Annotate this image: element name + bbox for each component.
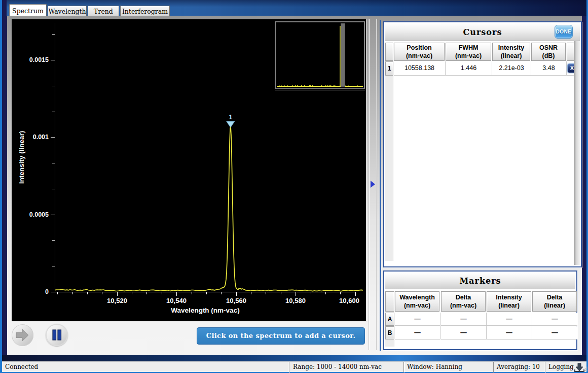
add-cursor-instruction-button[interactable]: Click on the spectrum to add a cursor. [197, 327, 365, 345]
panel-left-border [380, 20, 381, 351]
window-bottom-edge [2, 355, 586, 361]
marker-a-wavelength: — [395, 313, 440, 326]
cursors-col-position[interactable]: Position(nm-vac) [394, 43, 445, 61]
svg-text:0.0005: 0.0005 [29, 211, 49, 218]
marker-a-intensity: — [487, 313, 532, 326]
markers-col-intensity[interactable]: Intensity(linear) [487, 291, 531, 312]
main-area: 10,52010,54010,56010,58010,60000.00050.0… [7, 16, 582, 355]
cursors-table: Position(nm-vac) FWHM(nm-vac) Intensity(… [385, 41, 580, 265]
cursor-osnr-value: 3.48 [531, 61, 567, 76]
status-separator [403, 362, 404, 372]
status-averaging: Averaging: 10 [497, 363, 540, 370]
svg-text:10,600: 10,600 [339, 297, 359, 304]
status-connected: Connected [5, 363, 38, 370]
done-button[interactable]: DONE [555, 25, 573, 39]
tab-trend[interactable]: Trend [88, 6, 119, 16]
marker-b-delta-nm: — [441, 326, 487, 340]
tab-strip: Spectrum Wavelength Trend Interferogram [7, 0, 586, 16]
row-header-strip [385, 76, 393, 261]
cursor-position-value: 10558.138 [394, 61, 446, 76]
status-separator [545, 362, 545, 372]
tab-wavelength[interactable]: Wavelength [48, 6, 87, 16]
cursor-fwhm-value: 1.446 [446, 61, 492, 76]
marker-row-a-header[interactable]: A [385, 313, 394, 326]
cursors-corner-cell [385, 43, 393, 61]
markers-corner-cell [385, 291, 394, 312]
cursors-scroll-strip[interactable] [574, 41, 580, 265]
resume-button[interactable] [12, 324, 33, 346]
marker-b-wavelength: — [395, 326, 440, 340]
panel-splitter[interactable] [366, 19, 379, 350]
status-range: Range: 1000 - 14000 nm-vac [293, 363, 382, 370]
tab-spectrum[interactable]: Spectrum [9, 4, 47, 16]
cursors-col-osnr[interactable]: OSNR(dB) [531, 43, 566, 61]
cursors-col-intensity[interactable]: Intensity(linear) [492, 43, 530, 61]
markers-col-wavelength[interactable]: Wavelength(nm-vac) [395, 291, 439, 312]
svg-text:10,580: 10,580 [285, 297, 306, 304]
markers-panel: Markers Wavelength(nm-vac) Delta(nm-vac)… [383, 270, 577, 350]
cursor-intensity-value: 2.21e-03 [492, 61, 531, 76]
svg-text:Wavelength (nm-vac): Wavelength (nm-vac) [171, 307, 239, 314]
svg-text:10,520: 10,520 [107, 297, 127, 304]
marker-a-delta-linear: — [532, 313, 577, 326]
marker-b-intensity: — [487, 326, 532, 340]
splitter-groove [376, 19, 377, 350]
row-header-strip [385, 340, 394, 347]
svg-text:0: 0 [45, 288, 49, 295]
resize-grip [583, 366, 588, 371]
tab-interferogram[interactable]: Interferogram [120, 6, 170, 16]
markers-panel-title: Markers [385, 273, 575, 289]
markers-table: Wavelength(nm-vac) Delta(nm-vac) Intensi… [385, 289, 575, 348]
marker-row-b-header[interactable]: B [385, 326, 394, 340]
svg-text:1: 1 [229, 114, 232, 121]
cursors-col-fwhm[interactable]: FWHM(nm-vac) [446, 43, 491, 61]
svg-text:10,560: 10,560 [226, 297, 246, 304]
status-window: Window: Hanning [407, 363, 462, 370]
cursors-panel: Cursors DONE Position(nm-vac) FWHM(nm-va… [383, 21, 582, 267]
status-bar: Connected Range: 1000 - 14000 nm-vac Win… [2, 361, 586, 372]
cursor-row-header[interactable]: 1 [385, 61, 393, 76]
marker-b-delta-linear: — [532, 326, 577, 340]
svg-text:0.0015: 0.0015 [29, 56, 49, 63]
svg-text:Intensity (linear): Intensity (linear) [18, 131, 25, 184]
cursors-panel-title: Cursors DONE [385, 23, 580, 41]
status-logging: Logging [548, 363, 574, 370]
collapse-panel-arrow-icon[interactable] [371, 181, 375, 188]
spectrum-plot[interactable]: 10,52010,54010,56010,58010,60000.00050.0… [12, 19, 366, 322]
window-frame: Spectrum Wavelength Trend Interferogram … [0, 0, 588, 373]
status-separator [289, 362, 289, 372]
play-arrow-icon [12, 324, 33, 346]
marker-a-delta-nm: — [441, 313, 487, 326]
svg-text:0.001: 0.001 [33, 133, 49, 141]
svg-text:10,540: 10,540 [166, 297, 187, 304]
splitter-groove [369, 19, 369, 350]
markers-col-delta-linear[interactable]: Delta(linear) [532, 291, 577, 312]
status-separator [493, 362, 494, 372]
pause-icon [46, 324, 68, 346]
pause-button[interactable] [46, 324, 68, 346]
markers-col-delta-nm[interactable]: Delta(nm-vac) [441, 291, 486, 312]
